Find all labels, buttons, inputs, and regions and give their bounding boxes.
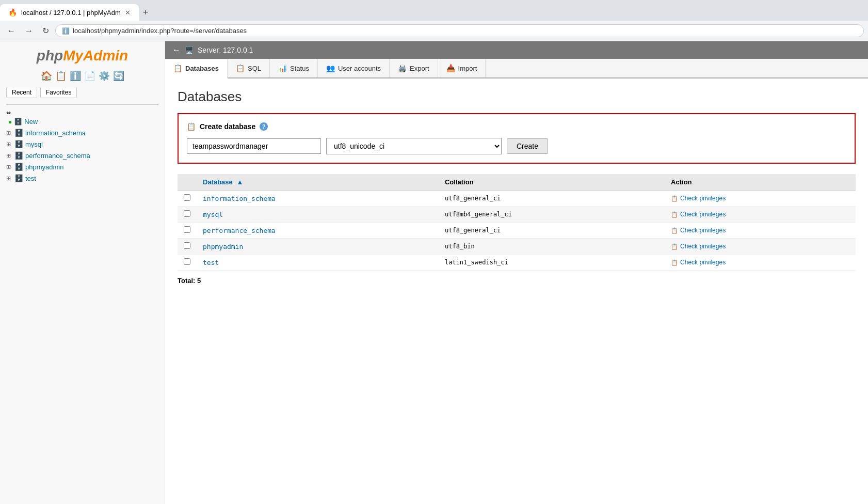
row-checkbox[interactable] [184, 242, 190, 249]
db-link[interactable]: performance_schema [203, 227, 276, 234]
tab-title: localhost / 127.0.0.1 | phpMyAdm [21, 9, 121, 17]
favorites-button[interactable]: Favorites [40, 87, 77, 98]
status-tab-icon: 📊 [278, 64, 287, 72]
copy-icon[interactable]: 📄 [84, 70, 95, 82]
table-row: phpmyadmin utf8_bin 📋Check privileges [178, 239, 856, 255]
check-privileges-icon: 📋 [671, 211, 678, 218]
collation-select[interactable]: utf8_unicode_ci utf8_general_ci utf8mb4_… [326, 138, 502, 154]
tree-item-mysql[interactable]: ⊞ 🗄️ mysql [6, 138, 158, 150]
sql-tab-icon: 📋 [236, 64, 245, 72]
check-privileges-link[interactable]: 📋Check privileges [671, 227, 849, 234]
expand-icon: ⊞ [6, 175, 12, 182]
check-privileges-link[interactable]: 📋Check privileges [671, 243, 849, 250]
databases-table: Database ▲ Collation Action information_… [178, 174, 856, 271]
collation-cell: utf8mb4_general_ci [439, 207, 665, 223]
db-link[interactable]: test [203, 259, 219, 266]
sort-arrow-icon: ▲ [236, 178, 243, 186]
action-cell: 📋Check privileges [665, 239, 856, 255]
browser-chrome: 🔥 localhost / 127.0.0.1 | phpMyAdm ✕ + ←… [0, 0, 868, 41]
db-link[interactable]: information_schema [203, 195, 276, 202]
help-icon[interactable]: ? [260, 122, 268, 131]
tree-item-phpmyadmin[interactable]: ⊞ 🗄️ phpmyadmin [6, 161, 158, 172]
row-checkbox[interactable] [184, 258, 190, 265]
db-icon: 🗄️ [14, 151, 23, 160]
check-privileges-link[interactable]: 📋Check privileges [671, 211, 849, 218]
tab-close-button[interactable]: ✕ [125, 9, 131, 17]
sidebar-logo: phpMyAdmin [6, 48, 158, 64]
tab-status[interactable]: 📊 Status [270, 59, 318, 77]
status-tab-label: Status [290, 65, 309, 72]
new-dot-icon: ● [8, 118, 12, 125]
browser-titlebar: 🔥 localhost / 127.0.0.1 | phpMyAdm ✕ + [0, 0, 868, 21]
db-link[interactable]: mysql [203, 211, 223, 218]
col-database[interactable]: Database ▲ [197, 174, 439, 191]
browser-tab[interactable]: 🔥 localhost / 127.0.0.1 | phpMyAdm ✕ [0, 4, 139, 21]
databases-tab-icon: 📋 [173, 64, 182, 72]
tree-item-information-schema[interactable]: ⊞ 🗄️ information_schema [6, 127, 158, 138]
check-privileges-link[interactable]: 📋Check privileges [671, 195, 849, 202]
refresh-icon[interactable]: 🔄 [113, 70, 124, 82]
reload-button[interactable]: ↻ [39, 24, 52, 38]
expand-icon: ⊞ [6, 152, 12, 159]
db-name-cell: information_schema [197, 191, 439, 207]
row-checkbox[interactable] [184, 194, 190, 201]
create-db-button[interactable]: Create [507, 138, 548, 154]
check-privileges-link[interactable]: 📋Check privileges [671, 259, 849, 266]
row-checkbox-cell [178, 255, 197, 271]
import-tab-label: Import [458, 65, 477, 72]
tab-user-accounts[interactable]: 👥 User accounts [318, 59, 390, 77]
db-icon: 🗄️ [14, 163, 23, 171]
table-row: information_schema utf8_general_ci 📋Chec… [178, 191, 856, 207]
tree-item-new[interactable]: ● 🗄️ New [6, 116, 158, 127]
user-accounts-tab-label: User accounts [338, 65, 381, 72]
db-name-input[interactable] [187, 138, 321, 154]
check-privileges-icon: 📋 [671, 227, 678, 234]
main-header: ← 🖥️ Server: 127.0.0.1 [165, 41, 868, 59]
info-icon[interactable]: ℹ️ [70, 70, 81, 82]
address-bar[interactable]: ℹ️ localhost/phpmyadmin/index.php?route=… [55, 24, 864, 37]
collation-cell: utf8_general_ci [439, 223, 665, 239]
row-checkbox-cell [178, 207, 197, 223]
home-icon[interactable]: 🏠 [41, 70, 52, 82]
tree-item-test[interactable]: ⊞ 🗄️ test [6, 172, 158, 184]
new-tab-button[interactable]: + [139, 5, 153, 20]
row-checkbox[interactable] [184, 226, 190, 233]
action-cell: 📋Check privileges [665, 191, 856, 207]
forward-button[interactable]: → [22, 24, 36, 38]
logo-php: php [37, 48, 63, 64]
check-privileges-icon: 📋 [671, 259, 678, 266]
collapse-button[interactable]: ⇔ [6, 109, 11, 116]
expand-icon: ⊞ [6, 141, 12, 148]
app-layout: phpMyAdmin 🏠 📋 ℹ️ 📄 ⚙️ 🔄 Recent Favorite… [0, 41, 868, 504]
db-link[interactable]: phpmyadmin [203, 243, 243, 250]
create-db-form: utf8_unicode_ci utf8_general_ci utf8mb4_… [187, 138, 846, 154]
tab-export[interactable]: 🖨️ Export [390, 59, 438, 77]
back-button[interactable]: ← [4, 24, 19, 38]
collation-cell: utf8_bin [439, 239, 665, 255]
settings-icon[interactable]: ⚙️ [99, 70, 110, 82]
tab-icon: 🔥 [8, 8, 17, 17]
tab-databases[interactable]: 📋 Databases [165, 59, 228, 78]
create-db-title: Create database [200, 122, 255, 131]
tab-import[interactable]: 📥 Import [438, 59, 486, 77]
page-title: Databases [178, 89, 856, 105]
recent-button[interactable]: Recent [6, 87, 37, 98]
table-row: mysql utf8mb4_general_ci 📋Check privileg… [178, 207, 856, 223]
collation-cell: latin1_swedish_ci [439, 255, 665, 271]
export-tab-icon: 🖨️ [398, 64, 407, 72]
page-content: Databases 📋 Create database ? utf8_unico… [165, 78, 868, 295]
sidebar-divider [6, 104, 158, 105]
import-tab-icon: 📥 [446, 64, 455, 72]
db-name: phpmyadmin [25, 163, 63, 171]
row-checkbox[interactable] [184, 210, 190, 217]
check-privileges-icon: 📋 [671, 243, 678, 250]
grid-icon[interactable]: 📋 [55, 70, 67, 82]
tab-sql[interactable]: 📋 SQL [228, 59, 270, 77]
db-icon-new: 🗄️ [14, 118, 22, 125]
db-name-cell: test [197, 255, 439, 271]
tree-item-performance-schema[interactable]: ⊞ 🗄️ performance_schema [6, 150, 158, 161]
main-content: ← 🖥️ Server: 127.0.0.1 📋 Databases 📋 SQL… [165, 41, 868, 504]
databases-tab-label: Databases [185, 65, 219, 72]
server-label: Server: 127.0.0.1 [198, 46, 253, 54]
back-arrow-icon[interactable]: ← [172, 45, 181, 55]
